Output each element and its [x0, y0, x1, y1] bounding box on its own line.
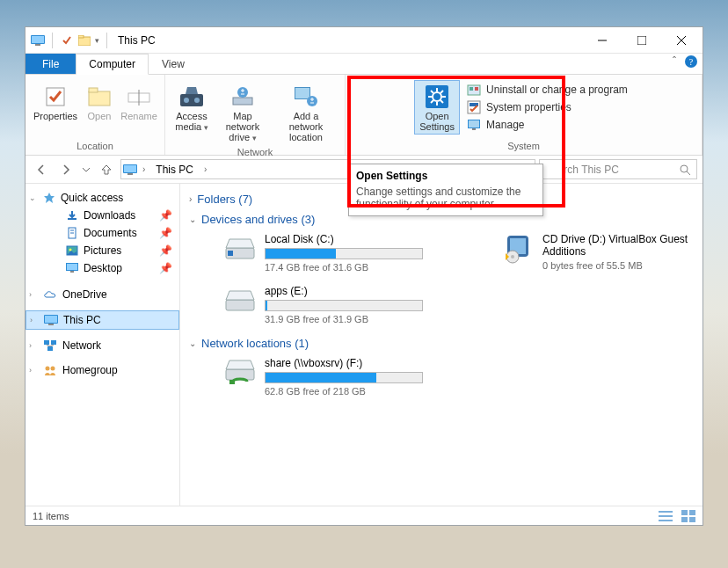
drive-apps-e[interactable]: apps (E:) 31.9 GB free of 31.9 GB	[224, 285, 435, 324]
map-drive-button[interactable]: Map network drive	[215, 80, 271, 145]
add-network-location-button[interactable]: Add a network location	[273, 80, 339, 145]
svg-point-64	[46, 367, 50, 371]
group-label-location: Location	[76, 139, 113, 153]
uninstall-program-button[interactable]: Uninstall or change a program	[462, 82, 633, 98]
access-media-button[interactable]: Access media	[171, 80, 213, 135]
svg-rect-23	[295, 88, 309, 98]
qat-dropdown-icon[interactable]: ▾	[95, 36, 99, 45]
drive-stat: 17.4 GB free of 31.6 GB	[265, 262, 423, 273]
svg-marker-48	[44, 193, 55, 203]
expand-icon[interactable]: ›	[29, 366, 38, 375]
recent-locations-button[interactable]	[80, 159, 92, 180]
section-network-locations[interactable]: ⌄ Network locations (1)	[189, 333, 694, 353]
tab-computer[interactable]: Computer	[76, 54, 149, 75]
sidebar-label: Quick access	[61, 192, 123, 204]
minimize-button[interactable]	[582, 28, 622, 53]
tab-view[interactable]: View	[149, 54, 198, 74]
drive-name: CD Drive (D:) VirtualBox Guest Additions	[542, 233, 694, 258]
documents-icon	[66, 227, 78, 239]
sidebar-network[interactable]: › Network	[25, 337, 179, 354]
qat-newfolder-icon[interactable]	[77, 33, 91, 47]
system-properties-button[interactable]: System properties	[462, 99, 633, 115]
expand-icon[interactable]: ›	[29, 341, 38, 350]
thumbnails-view-button[interactable]	[681, 510, 695, 522]
rename-button: Rename	[119, 80, 159, 124]
up-button[interactable]	[96, 159, 117, 180]
sidebar-this-pc[interactable]: › This PC	[25, 310, 179, 330]
sidebar-desktop[interactable]: Desktop 📌	[25, 259, 179, 277]
sidebar-label: Homegroup	[62, 364, 118, 376]
breadcrumb-this-pc[interactable]: This PC	[150, 164, 199, 176]
maximize-button[interactable]	[622, 28, 661, 53]
svg-point-65	[51, 367, 55, 371]
svg-rect-57	[70, 271, 74, 273]
svg-rect-2	[35, 44, 40, 46]
close-button[interactable]	[661, 28, 701, 53]
svg-rect-4	[78, 35, 84, 38]
pin-icon: 📌	[159, 227, 172, 239]
drive-share-f[interactable]: share (\\vboxsrv) (F:) 62.8 GB free of 2…	[224, 357, 435, 397]
navigation-pane: ⌄ Quick access Downloads 📌 Documents 📌 P…	[25, 184, 180, 506]
storage-bar	[265, 248, 423, 259]
map-drive-icon	[229, 83, 257, 111]
manage-icon	[467, 118, 481, 132]
details-view-button[interactable]	[659, 510, 673, 522]
expand-icon[interactable]: ›	[29, 290, 38, 299]
svg-rect-41	[469, 120, 479, 127]
sidebar-downloads[interactable]: Downloads 📌	[25, 207, 179, 224]
drive-local-c[interactable]: Local Disk (C:) 17.4 GB free of 31.6 GB	[224, 233, 423, 273]
svg-rect-12	[89, 91, 110, 106]
sidebar-pictures[interactable]: Pictures 📌	[25, 242, 179, 259]
ribbon-collapse-icon[interactable]: ˆ	[673, 55, 676, 68]
svg-rect-74	[226, 300, 254, 310]
search-placeholder: Search This PC	[545, 164, 619, 176]
svg-rect-61	[44, 340, 49, 345]
sidebar-label: Documents	[84, 227, 137, 239]
svg-point-17	[184, 98, 189, 103]
sidebar-onedrive[interactable]: › OneDrive	[25, 286, 179, 303]
help-icon[interactable]: ?	[685, 55, 697, 68]
svg-marker-68	[226, 239, 254, 248]
storage-bar	[265, 300, 423, 311]
svg-rect-56	[67, 264, 77, 270]
collapse-icon[interactable]: ⌄	[29, 193, 38, 202]
onedrive-icon	[43, 289, 57, 300]
open-settings-button[interactable]: Open Settings	[414, 80, 460, 135]
breadcrumb-chevron-icon[interactable]: ›	[202, 164, 208, 174]
svg-rect-44	[124, 165, 136, 172]
back-button[interactable]	[31, 159, 52, 180]
search-box[interactable]: Search This PC	[539, 159, 697, 179]
section-label: Folders (7)	[197, 193, 252, 206]
group-label-system: System	[507, 139, 540, 153]
tooltip-body: Change settings and customize the functi…	[356, 186, 535, 210]
ribbon-tabs: File Computer View ˆ ?	[25, 54, 703, 75]
breadcrumb-chevron-icon[interactable]: ›	[141, 164, 147, 174]
svg-point-18	[194, 98, 200, 103]
tab-file[interactable]: File	[25, 54, 76, 74]
svg-rect-60	[48, 324, 54, 325]
ribbon-group-location: Properties Open Rename Location	[25, 75, 165, 155]
qat-properties-icon[interactable]	[60, 33, 74, 47]
storage-bar	[265, 372, 423, 383]
drive-stat: 62.8 GB free of 218 GB	[265, 386, 423, 397]
drive-cd-d[interactable]: CD Drive (D:) VirtualBox Guest Additions…	[502, 233, 694, 273]
status-bar: 11 items	[25, 506, 703, 525]
network-icon	[43, 339, 57, 352]
sidebar-documents[interactable]: Documents 📌	[25, 224, 179, 242]
open-settings-label: Open Settings	[417, 111, 457, 132]
svg-point-54	[69, 249, 72, 251]
sidebar-quick-access[interactable]: ⌄ Quick access	[25, 189, 179, 207]
svg-rect-63	[47, 346, 53, 351]
properties-button[interactable]: Properties	[31, 80, 80, 124]
tooltip-open-settings: Open Settings Change settings and custom…	[348, 164, 543, 216]
star-icon	[43, 192, 55, 204]
open-button: Open	[82, 80, 117, 124]
rename-icon	[125, 83, 153, 111]
forward-button[interactable]	[55, 159, 76, 180]
expand-icon[interactable]: ›	[30, 316, 39, 324]
sidebar-homegroup[interactable]: › Homegroup	[25, 361, 179, 379]
svg-rect-13	[89, 88, 98, 92]
desktop-icon	[66, 263, 78, 273]
manage-button[interactable]: Manage	[462, 117, 633, 133]
uninstall-label: Uninstall or change a program	[486, 84, 628, 96]
